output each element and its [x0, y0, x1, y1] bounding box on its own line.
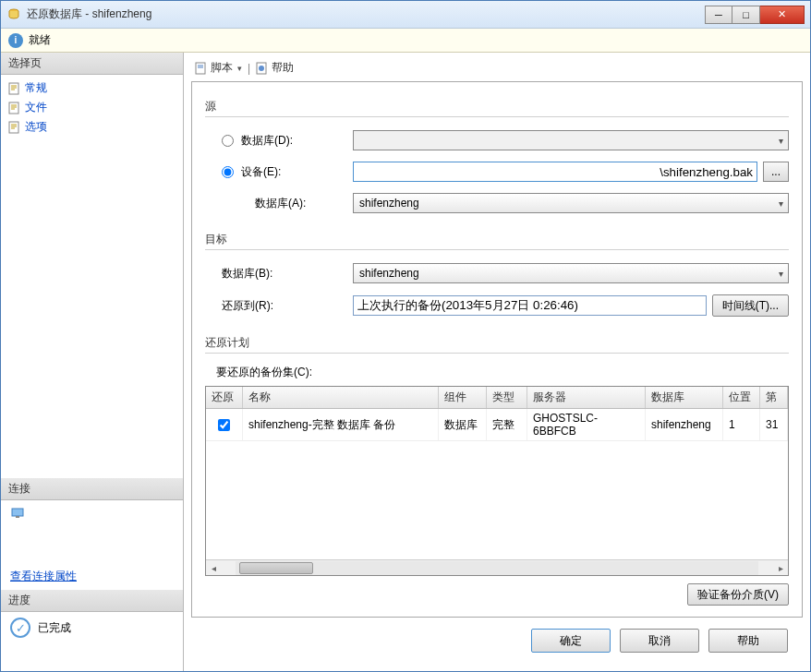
- source-db-label: 数据库(A):: [255, 196, 306, 211]
- cell-component: 数据库: [439, 409, 487, 440]
- svg-rect-6: [196, 63, 205, 74]
- target-group-label: 目标: [205, 232, 789, 250]
- svg-point-8: [259, 66, 264, 71]
- sidebar-item-general[interactable]: 常规: [8, 78, 176, 98]
- dialog-body: 选择页 常规 文件 选项 连接 查看: [1, 53, 810, 671]
- plan-group-label: 还原计划: [205, 335, 789, 354]
- minimize-button[interactable]: ─: [705, 6, 732, 24]
- col-type[interactable]: 类型: [487, 387, 527, 408]
- col-name[interactable]: 名称: [243, 387, 439, 408]
- svg-rect-2: [9, 102, 18, 114]
- backupsets-grid: 还原 名称 组件 类型 服务器 数据库 位置 第 shifenzheng-完整 …: [205, 386, 789, 576]
- cell-name: shifenzheng-完整 数据库 备份: [243, 409, 439, 440]
- target-db-label: 数据库(B):: [222, 266, 272, 282]
- sidebar-item-options[interactable]: 选项: [8, 117, 176, 137]
- maximize-button[interactable]: □: [732, 6, 760, 24]
- sidebar-item-label: 文件: [25, 100, 47, 115]
- script-button[interactable]: 脚本 ▾: [195, 60, 242, 76]
- grid-header: 还原 名称 组件 类型 服务器 数据库 位置 第: [206, 387, 788, 409]
- source-db-row: 数据库(A): shifenzheng: [205, 193, 789, 213]
- restore-to-label: 还原到(R):: [222, 298, 273, 314]
- grid-body: shifenzheng-完整 数据库 备份 数据库 完整 GHOSTSLC-6B…: [206, 409, 788, 559]
- source-database-radio[interactable]: [222, 135, 234, 147]
- svg-rect-1: [9, 83, 18, 94]
- source-database-row: 数据库(D):: [205, 130, 789, 150]
- main-panel: 脚本 ▾ | 帮助 源 数据库(D):: [184, 53, 810, 671]
- server-icon: [10, 506, 174, 521]
- sidebar: 选择页 常规 文件 选项 连接 查看: [1, 53, 184, 671]
- page-icon: [8, 121, 21, 134]
- info-icon: i: [8, 33, 23, 48]
- svg-rect-4: [12, 509, 23, 516]
- col-position[interactable]: 位置: [723, 387, 760, 408]
- window-controls: ─ □ ✕: [705, 6, 805, 24]
- restore-checkbox[interactable]: [218, 419, 230, 431]
- cell-database: shifenzheng: [646, 409, 723, 440]
- titlebar: 还原数据库 - shifenzheng ─ □ ✕: [1, 1, 810, 29]
- script-icon: [195, 62, 208, 75]
- scroll-thumb[interactable]: [239, 562, 313, 574]
- browse-device-button[interactable]: ...: [763, 162, 789, 182]
- progress-complete-icon: ✓: [10, 618, 30, 638]
- sidebar-progress-header: 进度: [1, 590, 183, 612]
- sidebar-page-list: 常规 文件 选项: [1, 75, 183, 140]
- device-path-input[interactable]: [353, 162, 757, 182]
- col-database[interactable]: 数据库: [646, 387, 723, 408]
- target-db-row: 数据库(B): shifenzheng: [205, 263, 789, 283]
- sidebar-connection-header: 连接: [1, 478, 183, 500]
- cell-server: GHOSTSLC-6BBFCB: [527, 409, 646, 440]
- help-button[interactable]: 帮助: [256, 60, 294, 76]
- help-icon: [256, 62, 269, 75]
- source-database-dropdown[interactable]: [353, 130, 789, 150]
- source-database-label: 数据库(D):: [241, 133, 293, 149]
- status-text: 就绪: [29, 32, 51, 48]
- horizontal-scrollbar[interactable]: ◂ ▸: [206, 559, 788, 575]
- dialog-window: 还原数据库 - shifenzheng ─ □ ✕ i 就绪 选择页 常规 文件: [0, 0, 811, 672]
- svg-rect-3: [9, 122, 18, 133]
- timeline-button[interactable]: 时间线(T)...: [712, 294, 789, 317]
- sidebar-item-label: 选项: [25, 119, 47, 135]
- backupsets-label: 要还原的备份集(C):: [216, 365, 789, 380]
- toolbar: 脚本 ▾ | 帮助: [191, 58, 803, 81]
- progress-status-text: 已完成: [38, 620, 71, 636]
- verify-backup-media-button[interactable]: 验证备份介质(V): [687, 583, 789, 606]
- app-icon: [6, 7, 21, 22]
- progress-area: ✓ 已完成: [1, 612, 183, 643]
- source-db-dropdown[interactable]: shifenzheng: [353, 193, 789, 213]
- scroll-right-arrow[interactable]: ▸: [773, 561, 788, 575]
- page-icon: [8, 82, 21, 95]
- source-device-label: 设备(E):: [241, 164, 281, 180]
- sidebar-pages-header: 选择页: [1, 53, 183, 75]
- source-group-label: 源: [205, 99, 789, 117]
- cell-position: 1: [723, 409, 760, 440]
- cell-first: 31: [760, 409, 788, 440]
- scroll-left-arrow[interactable]: ◂: [206, 561, 221, 575]
- target-db-dropdown[interactable]: shifenzheng: [353, 263, 789, 283]
- source-device-radio[interactable]: [222, 166, 234, 178]
- connection-info: [1, 500, 183, 526]
- cell-type: 完整: [487, 409, 527, 440]
- status-bar: i 就绪: [1, 29, 810, 53]
- cancel-button[interactable]: 取消: [620, 629, 699, 653]
- restore-to-row: 还原到(R): 时间线(T)...: [205, 294, 789, 317]
- svg-rect-5: [16, 516, 19, 518]
- toolbar-separator: |: [248, 62, 250, 75]
- col-first[interactable]: 第: [760, 387, 788, 408]
- content-panel: 源 数据库(D): 设备(E):: [191, 81, 803, 618]
- chevron-down-icon: ▾: [237, 64, 242, 73]
- col-restore[interactable]: 还原: [206, 387, 243, 408]
- ok-button[interactable]: 确定: [531, 629, 611, 653]
- view-connection-properties-link[interactable]: 查看连接属性: [1, 563, 183, 590]
- page-icon: [8, 102, 21, 114]
- close-button[interactable]: ✕: [760, 6, 805, 24]
- restore-to-input: [353, 295, 707, 316]
- source-device-row: 设备(E): ...: [205, 162, 789, 182]
- sidebar-item-files[interactable]: 文件: [8, 98, 176, 117]
- table-row[interactable]: shifenzheng-完整 数据库 备份 数据库 完整 GHOSTSLC-6B…: [206, 409, 788, 441]
- sidebar-item-label: 常规: [25, 80, 47, 96]
- window-title: 还原数据库 - shifenzheng: [27, 6, 705, 22]
- col-component[interactable]: 组件: [439, 387, 487, 408]
- dialog-footer: 确定 取消 帮助: [191, 618, 803, 664]
- help-button-footer[interactable]: 帮助: [708, 629, 788, 653]
- col-server[interactable]: 服务器: [527, 387, 646, 408]
